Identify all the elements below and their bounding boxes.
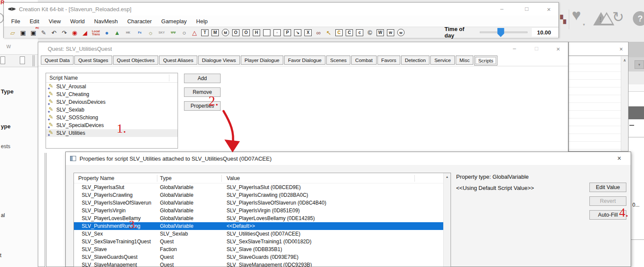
script-list-item[interactable]: ✎+ SLV_SpecialDevices: [46, 121, 178, 129]
toolbar-icon[interactable]: SKY: [156, 28, 167, 37]
quest-tab[interactable]: Service: [430, 56, 454, 65]
toolbar-icon[interactable]: X: [304, 29, 312, 36]
toolbar-icon[interactable]: H: [253, 29, 260, 36]
quest-tab[interactable]: Player Dialogue: [241, 56, 283, 65]
script-action-button[interactable]: Add: [184, 74, 221, 83]
toolbar-icon[interactable]: ○: [180, 28, 189, 37]
toolbar-icon[interactable]: O: [242, 29, 250, 36]
toolbar-icon[interactable]: P: [284, 29, 291, 36]
toolbar-icon[interactable]: ▱: [8, 28, 17, 37]
close-icon[interactable]: ×: [619, 46, 623, 53]
detail-action-button[interactable]: Edit Value: [589, 183, 626, 192]
property-row[interactable]: SLV_PlayerIsVirgin GlobalVariable SLV_Pl…: [74, 207, 451, 214]
property-row[interactable]: SLV_SlaveGuardsQuest Quest SLV_SlaveGuar…: [74, 253, 451, 261]
main-titlebar[interactable]: Creation Kit 64-bit - [Slaverun_Reloaded…: [4, 3, 558, 16]
menu-item[interactable]: Character: [123, 18, 156, 25]
toolbar-icon[interactable]: w: [387, 29, 394, 36]
maximize-icon[interactable]: □: [535, 45, 538, 52]
quest-tab[interactable]: Quest Stages: [74, 56, 112, 65]
heart-icon[interactable]: ♥: [572, 6, 581, 24]
properties-titlebar[interactable]: Properties for script SLV_Utilities atta…: [66, 152, 631, 165]
toolbar-icon[interactable]: ▲: [113, 28, 122, 37]
toolbar-icon[interactable]: M: [222, 29, 229, 36]
close-icon[interactable]: ×: [556, 45, 560, 53]
toolbar-icon[interactable]: ΨΨ: [168, 28, 178, 37]
column-property-name[interactable]: Property Name: [78, 175, 160, 181]
property-table-header[interactable]: Property Name Type Value: [74, 173, 451, 183]
toolbar-icon[interactable]: ●: [102, 28, 111, 37]
toolbar-icon[interactable]: △: [190, 28, 199, 37]
script-list-item[interactable]: ✎+ SLV_Utilities: [46, 129, 178, 137]
toolbar-icon[interactable]: ◢: [80, 28, 89, 37]
toolbar-icon[interactable]: [263, 29, 270, 36]
menu-item[interactable]: Gameplay: [156, 18, 191, 25]
chevron-down-icon[interactable]: ▾: [635, 60, 644, 69]
toolbar-icon[interactable]: ☼: [146, 28, 155, 37]
column-type[interactable]: Type: [160, 175, 227, 181]
toolbar-icon[interactable]: W: [377, 29, 384, 36]
scroll-up-icon[interactable]: ▲: [444, 173, 451, 180]
toolbar-icon[interactable]: ©: [365, 28, 374, 37]
toolbar-icon[interactable]: O: [232, 29, 239, 36]
quest-tab[interactable]: Scenes: [326, 56, 350, 65]
property-row[interactable]: SLV_Slave Faction SLV_Slave (0DBB35B1): [74, 245, 451, 253]
toolbar-icon[interactable]: HK: [123, 28, 133, 37]
toolbar-icon[interactable]: ↷: [60, 28, 69, 37]
maximize-icon[interactable]: □: [525, 6, 528, 12]
toolbar-icon[interactable]: T: [201, 29, 209, 36]
toolbar-icon[interactable]: c: [356, 29, 363, 36]
detail-action-button[interactable]: Revert: [589, 196, 626, 206]
property-row[interactable]: SLV_PlayerIsCrawling GlobalVariable SLV_…: [74, 191, 451, 199]
script-list-item[interactable]: ✎+ SLV_DeviousDevices: [46, 98, 178, 106]
time-of-day-slider[interactable]: [480, 31, 528, 33]
menu-item[interactable]: World: [65, 18, 89, 25]
script-list-item[interactable]: ✎+ SLV_Cheating: [46, 90, 178, 98]
toolbar-icon[interactable]: Fx: [135, 28, 145, 37]
script-list-item[interactable]: ✎+ SLV_Sexlab: [46, 106, 178, 114]
minimize-icon[interactable]: –: [513, 45, 516, 52]
column-divider[interactable]: [414, 175, 415, 182]
menu-item[interactable]: Help: [191, 18, 212, 25]
close-icon[interactable]: ×: [617, 155, 621, 162]
table-scrollbar[interactable]: ▲: [443, 173, 451, 267]
toolbar-icon[interactable]: ◉: [70, 28, 79, 37]
property-row[interactable]: SLV_PlayerIsSlaveOfSlaverun GlobalVariab…: [74, 199, 451, 207]
property-row[interactable]: SLV_SexSlaveTraining1Quest Quest SLV_Sex…: [74, 238, 451, 245]
background-scrollbar[interactable]: ∧: [621, 56, 628, 151]
toolbar-icon[interactable]: C: [346, 29, 353, 36]
chevron-down-icon[interactable]: ▾: [583, 22, 585, 27]
property-row[interactable]: SLV_Sex SLV_Sexlab SLV_UtilitiesQuest (0…: [74, 230, 451, 238]
quest-titlebar[interactable]: Quest: SLV_UtilitiesQuest – □ ×: [38, 42, 568, 55]
help-icon[interactable]: ?: [633, 11, 644, 26]
column-divider[interactable]: [157, 175, 157, 182]
quest-tab[interactable]: Dialogue Views: [198, 56, 240, 65]
slider-thumb[interactable]: [497, 28, 504, 37]
script-list-item[interactable]: ✎+ SLV_SOSSchlong: [46, 114, 178, 121]
script-list-item[interactable]: ✎+ SLV_Arousal: [46, 83, 178, 90]
menu-item[interactable]: Edit: [25, 18, 44, 25]
toolbar-icon[interactable]: ∞: [314, 28, 323, 37]
quest-tab[interactable]: Detection: [401, 56, 430, 65]
quest-tab[interactable]: Combat: [351, 56, 376, 65]
toolbar-icon[interactable]: w: [397, 29, 405, 36]
column-value[interactable]: Value: [227, 175, 451, 181]
web-sync-icon[interactable]: ↻: [612, 9, 624, 25]
toolbar-icon[interactable]: Local Trans: [91, 28, 101, 37]
quest-tab[interactable]: Misc: [456, 56, 474, 65]
menu-item[interactable]: View: [44, 18, 65, 25]
toolbar-icon[interactable]: ↶: [49, 28, 58, 37]
toolbar-icon[interactable]: ▣: [18, 28, 28, 37]
script-list-header[interactable]: Script Name: [46, 73, 178, 83]
menu-item[interactable]: File: [6, 18, 25, 25]
scroll-up-icon[interactable]: ∧: [621, 56, 628, 64]
close-icon[interactable]: ×: [547, 6, 551, 13]
quest-tab[interactable]: Quest Objectives: [113, 56, 159, 65]
warning-icon[interactable]: !: [593, 12, 610, 27]
minimize-icon[interactable]: –: [500, 6, 503, 12]
quest-tab[interactable]: Quest Aliases: [159, 56, 197, 65]
quest-tab[interactable]: Quest Data: [41, 56, 74, 65]
menu-item[interactable]: NavMesh: [89, 18, 123, 25]
property-row[interactable]: SLV_PlayerIsaSlut GlobalVariable SLV_Pla…: [74, 183, 451, 191]
column-divider[interactable]: [221, 175, 222, 182]
time-of-day-value[interactable]: 10.00: [532, 28, 558, 37]
